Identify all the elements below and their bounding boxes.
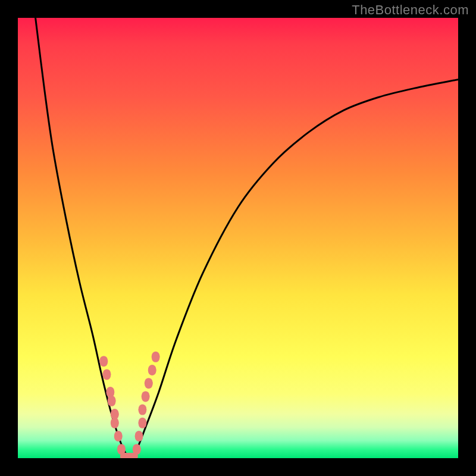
marker-right-cluster-dot: [152, 353, 160, 361]
marker-right-cluster-dot: [142, 392, 150, 400]
watermark-text: TheBottleneck.com: [352, 2, 469, 18]
marker-right-cluster-dot: [135, 432, 143, 440]
marker-right-cluster-dot: [138, 419, 146, 427]
marker-right-cluster-dot: [133, 445, 141, 453]
marker-left-cluster-dot: [114, 432, 123, 440]
marker-left-cluster-dot: [106, 388, 114, 396]
marker-left-cluster-dot: [117, 445, 126, 453]
marker-left-cluster-dot: [99, 357, 108, 365]
marker-right-cluster-dot: [148, 366, 156, 374]
marker-right-cluster-dot: [145, 379, 153, 387]
marker-bottom-flat: [129, 453, 138, 458]
marker-left-cluster-dot: [111, 410, 119, 418]
marker-left-cluster-dot: [102, 370, 111, 378]
marker-left-cluster-dot: [111, 419, 119, 427]
plot-svg: [18, 18, 458, 458]
marker-left-cluster-dot: [108, 397, 116, 405]
marker-right-cluster-dot: [138, 406, 146, 414]
chart-frame: TheBottleneck.com: [0, 0, 476, 476]
bottleneck-curve: [36, 18, 458, 458]
